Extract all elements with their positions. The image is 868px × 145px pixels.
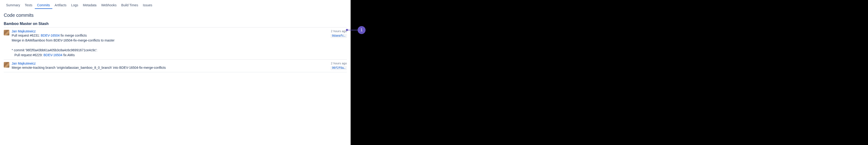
commit-row: Jan Majkutewicz Pull request #6231: BDEV… (4, 28, 347, 60)
commit-body: Jan Majkutewicz Merge remote-tracking br… (12, 62, 328, 70)
tab-webhooks[interactable]: Webhooks (99, 2, 119, 9)
author-link[interactable]: Jan Majkutewicz (12, 29, 36, 33)
commit-body: Jan Majkutewicz Pull request #6231: BDEV… (12, 29, 328, 58)
repository-section-header: Bamboo Master on Stash (4, 22, 347, 28)
tab-issues[interactable]: Issues (141, 2, 154, 9)
commit-message-text: Pull request #6229: (12, 53, 43, 57)
commit-meta: 2 hours ago 96f2f0a… (331, 62, 347, 70)
commit-message: Merge remote-tracking branch 'origin/atl… (12, 65, 328, 70)
commit-meta: 2 hours ago 0daeafc… (331, 29, 347, 58)
commit-hash-link[interactable]: 96f2f0a… (331, 66, 347, 70)
tab-artifacts[interactable]: Artifacts (52, 2, 69, 9)
commit-hash-link[interactable]: 0daeafc… (331, 34, 347, 38)
tab-build-times[interactable]: Build Times (119, 2, 141, 9)
avatar (4, 62, 9, 68)
commit-message-text: fix merge conflicts (60, 34, 87, 37)
commit-message-text: Pull request #6231: (12, 34, 41, 37)
commit-timestamp: 2 hours ago (331, 29, 347, 33)
commit-timestamp: 2 hours ago (331, 62, 347, 65)
issue-link[interactable]: BDEV-16504 (41, 34, 60, 37)
commit-message-text: Merge remote-tracking branch 'origin/atl… (12, 66, 166, 69)
commit-row: Jan Majkutewicz Merge remote-tracking br… (4, 60, 347, 72)
commit-message-text: fix AMIs (62, 53, 75, 57)
tab-logs[interactable]: Logs (69, 2, 80, 9)
tabs-bar: Summary Tests Commits Artifacts Logs Met… (4, 0, 347, 9)
page-title: Code commits (4, 12, 347, 18)
avatar (4, 30, 9, 35)
black-background: 1 (351, 0, 868, 145)
tab-metadata[interactable]: Metadata (81, 2, 99, 9)
issue-link[interactable]: BDEV-16504 (43, 53, 62, 57)
commit-message: Pull request #6231: BDEV-16504 fix merge… (12, 33, 328, 58)
tab-commits[interactable]: Commits (35, 2, 52, 9)
tab-summary[interactable]: Summary (4, 2, 23, 9)
annotation-connector (347, 30, 358, 30)
commit-message-text: Merge in BAM/bamboo from BDEV-16504-fix-… (12, 38, 115, 42)
commit-message-text: * commit '96f2f0a43bb61a405b3c8a4c6c9699… (12, 48, 97, 52)
tab-tests[interactable]: Tests (23, 2, 35, 9)
author-link[interactable]: Jan Majkutewicz (12, 62, 36, 65)
annotation-badge: 1 (358, 26, 366, 34)
